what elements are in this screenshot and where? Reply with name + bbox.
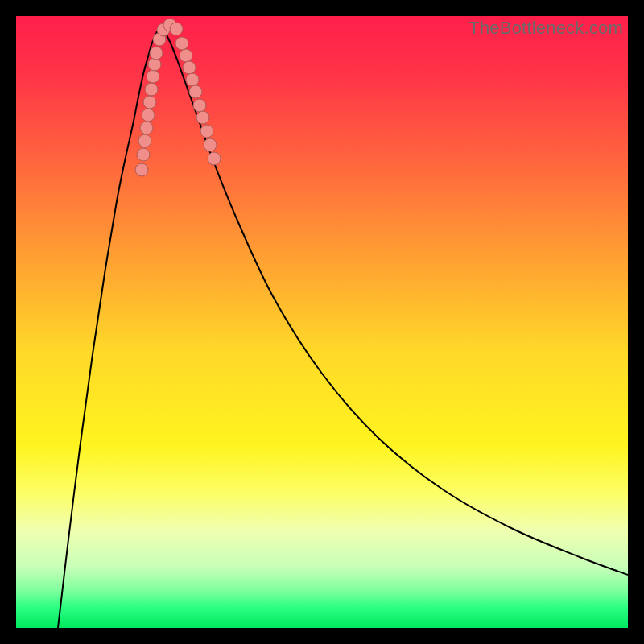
data-marker — [189, 85, 202, 98]
data-marker — [208, 152, 221, 165]
data-marker — [170, 23, 183, 35]
data-marker — [196, 111, 209, 124]
data-markers — [135, 19, 221, 176]
data-marker — [183, 61, 196, 74]
data-marker — [186, 73, 199, 86]
plot-area: TheBottleneck.com — [16, 16, 628, 628]
data-marker — [193, 99, 206, 112]
data-marker — [135, 163, 148, 176]
data-marker — [142, 109, 155, 122]
data-marker — [204, 138, 217, 151]
watermark-text: TheBottleneck.com — [469, 18, 623, 39]
data-marker — [200, 125, 213, 138]
data-marker — [148, 58, 161, 71]
data-marker — [140, 122, 153, 134]
data-marker — [150, 47, 163, 60]
data-marker — [137, 148, 150, 161]
data-marker — [138, 134, 151, 147]
chart-frame: TheBottleneck.com — [0, 0, 644, 644]
curve-layer — [16, 16, 628, 628]
data-marker — [175, 37, 188, 50]
right-branch-curve — [161, 26, 628, 575]
data-marker — [143, 96, 156, 109]
data-marker — [147, 70, 159, 83]
data-marker — [180, 49, 192, 62]
data-marker — [145, 83, 158, 96]
